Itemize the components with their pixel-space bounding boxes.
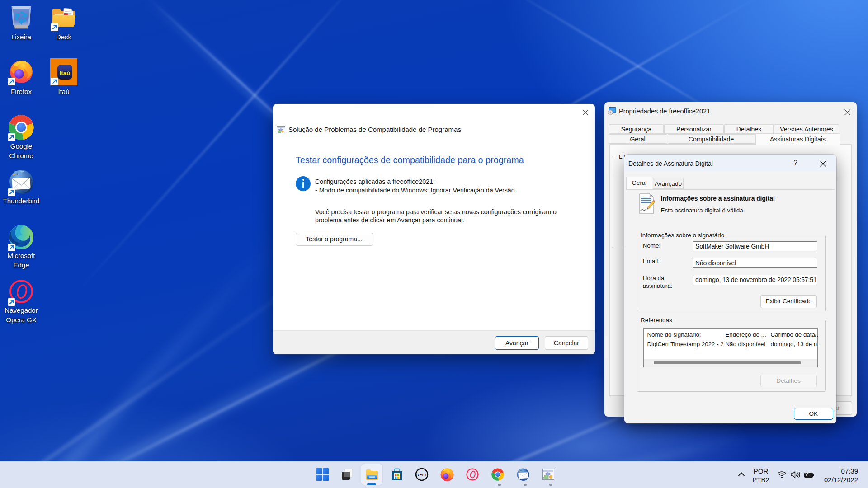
svg-text:Itaú: Itaú <box>59 70 70 76</box>
svg-text:DELL: DELL <box>416 473 428 477</box>
